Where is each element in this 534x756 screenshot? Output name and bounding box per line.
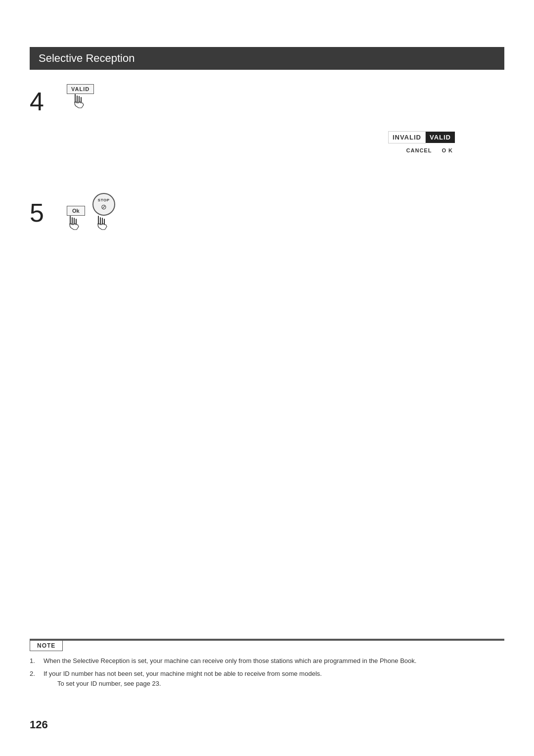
step5-ok-key: Ok	[67, 206, 85, 216]
note-item-2: If your ID number has not been set, your…	[30, 669, 504, 689]
note-item-2-text: If your ID number has not been set, your…	[44, 670, 322, 677]
step5-stop-button-area: STOP ⊘	[92, 193, 115, 232]
step5-hand-icon-ok	[69, 216, 83, 232]
note-item-2-sub: To set your ID number, see page 23.	[44, 679, 504, 689]
svg-rect-4	[70, 216, 71, 225]
hand-icon	[74, 94, 88, 110]
note-item-1-text: When the Selective Reception is set, you…	[44, 657, 416, 664]
step4-number: 4	[30, 87, 44, 116]
note-list: When the Selective Reception is set, you…	[30, 656, 504, 689]
step5-icons: Ok STOP ⊘	[67, 193, 115, 232]
stop-circle: STOP ⊘	[92, 193, 115, 216]
valid-key: VALID	[67, 84, 94, 94]
svg-rect-0	[75, 94, 76, 103]
step5-number: 5	[30, 198, 44, 228]
page-number: 126	[30, 718, 48, 731]
cancel-label: CANCEL	[406, 147, 432, 153]
ok-label: O K	[442, 147, 453, 153]
lcd-row: INVALID VALID	[388, 131, 455, 143]
step4-valid-button-area: VALID	[67, 84, 94, 110]
lcd-valid-label: VALID	[426, 132, 455, 143]
svg-rect-8	[98, 216, 99, 225]
note-item-1: When the Selective Reception is set, you…	[30, 656, 504, 666]
lcd-invalid-label: INVALID	[388, 131, 426, 143]
step5-hand-icon-stop	[97, 216, 111, 232]
stop-symbol: ⊘	[101, 203, 107, 211]
cancel-ok-row: CANCEL O K	[406, 147, 455, 153]
stop-text: STOP	[98, 198, 110, 202]
lcd-display-area: INVALID VALID CANCEL O K	[388, 131, 455, 153]
page-title: Selective Reception	[39, 52, 134, 65]
note-label: NOTE	[30, 641, 63, 651]
note-section: NOTE When the Selective Reception is set…	[30, 639, 504, 692]
step5-ok-button-area: Ok	[67, 206, 85, 232]
note-label-row: NOTE	[30, 641, 504, 651]
header-bar: Selective Reception	[30, 47, 504, 70]
